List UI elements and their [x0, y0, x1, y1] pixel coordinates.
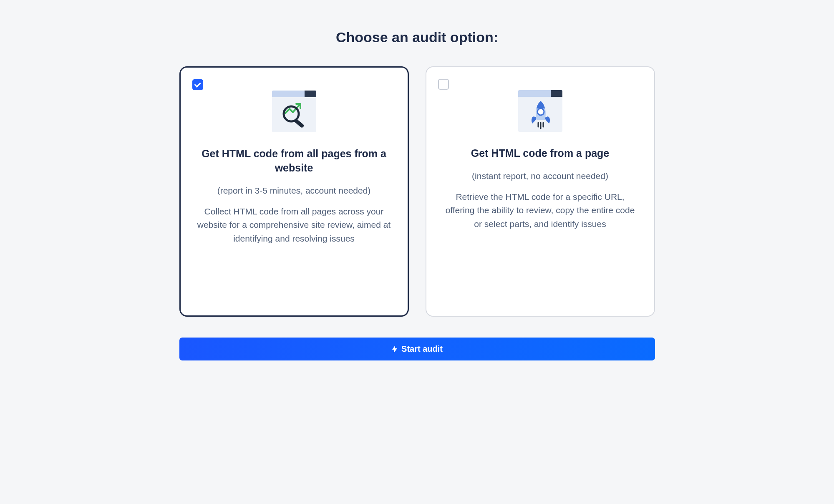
start-button-label: Start audit: [401, 344, 443, 354]
option-description: Collect HTML code from all pages across …: [197, 205, 391, 246]
rocket-icon: [517, 88, 563, 134]
option-description: Retrieve the HTML code for a specific UR…: [443, 190, 637, 231]
option-title: Get HTML code from all pages from a webs…: [197, 147, 391, 175]
page-title: Choose an audit option:: [179, 29, 655, 45]
options-row: Get HTML code from all pages from a webs…: [179, 66, 655, 317]
option-subtitle: (instant report, no account needed): [443, 171, 637, 181]
magnifier-chart-icon: [271, 88, 317, 134]
option-subtitle: (report in 3-5 minutes, account needed): [197, 186, 391, 196]
option-card-single-page[interactable]: Get HTML code from a page (instant repor…: [426, 66, 655, 317]
svg-point-0: [284, 106, 299, 121]
checkbox-icon[interactable]: [438, 79, 449, 90]
svg-point-2: [537, 108, 544, 115]
bolt-icon: [391, 345, 398, 353]
option-card-all-pages[interactable]: Get HTML code from all pages from a webs…: [179, 66, 409, 317]
checkbox-icon[interactable]: [192, 79, 203, 90]
start-audit-button[interactable]: Start audit: [179, 338, 655, 360]
svg-rect-1: [294, 118, 305, 129]
option-title: Get HTML code from a page: [443, 146, 637, 161]
